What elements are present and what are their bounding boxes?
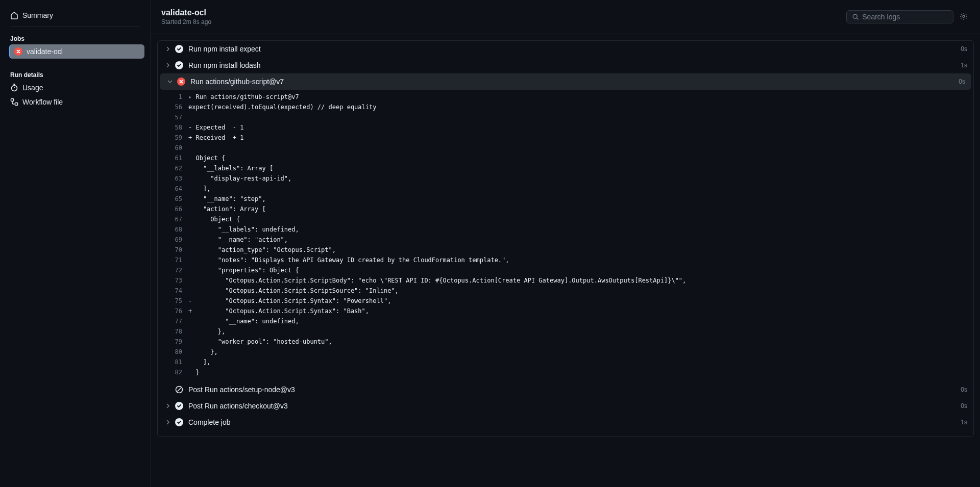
svg-point-5 <box>963 15 965 17</box>
log-line[interactable]: 63 "display-rest-api-id", <box>164 173 967 184</box>
line-content: ], <box>188 184 210 194</box>
check-circle-icon <box>175 418 183 426</box>
step-title: Run npm install lodash <box>188 61 961 69</box>
step-title: Post Run actions/setup-node@v3 <box>188 386 961 394</box>
line-content: + "Octopus.Action.Script.Syntax": "Bash"… <box>188 306 369 316</box>
line-content: "__labels": Array [ <box>188 163 273 173</box>
log-line[interactable]: 68 "__labels": undefined, <box>164 224 967 235</box>
main-content: validate-ocl Started 2m 8s ago Run npm i… <box>151 0 980 487</box>
line-number: 80 <box>164 347 188 357</box>
log-line[interactable]: 71 "notes": "Displays the API Gateway ID… <box>164 255 967 265</box>
log-line[interactable]: 82 } <box>164 367 967 377</box>
line-number: 76 <box>164 306 188 316</box>
sidebar-workflow-file-label: Workflow file <box>22 98 63 106</box>
line-content: + Received + 1 <box>188 133 243 143</box>
log-line[interactable]: 57 <box>164 112 967 122</box>
header-left: validate-ocl Started 2m 8s ago <box>161 8 211 25</box>
sidebar: Summary Jobs validate-ocl Run details Us… <box>0 0 151 487</box>
step-row[interactable]: Post Run actions/checkout@v30s <box>158 398 973 414</box>
sidebar-usage[interactable]: Usage <box>6 81 144 95</box>
log-line[interactable]: 64 ], <box>164 184 967 194</box>
search-box[interactable] <box>846 10 953 23</box>
log-line[interactable]: 76+ "Octopus.Action.Script.Syntax": "Bas… <box>164 306 967 316</box>
line-content: "worker_pool": "hosted-ubuntu", <box>188 337 332 347</box>
line-number: 58 <box>164 122 188 133</box>
log-line[interactable]: 80 }, <box>164 347 967 357</box>
log-line[interactable]: 58- Expected - 1 <box>164 122 967 133</box>
log-line[interactable]: 77 "__name": undefined, <box>164 316 967 326</box>
step-row[interactable]: Run npm install lodash1s <box>158 57 973 73</box>
line-content: "__name": "step", <box>188 194 266 204</box>
log-line[interactable]: 61 Object { <box>164 153 967 163</box>
line-number: 56 <box>164 102 188 112</box>
log-line[interactable]: 73 "Octopus.Action.Script.ScriptBody": "… <box>164 275 967 286</box>
line-number: 78 <box>164 326 188 337</box>
step-row[interactable]: Post Run actions/setup-node@v30s <box>158 381 973 398</box>
step-row[interactable]: Run npm install expect0s <box>158 41 973 57</box>
log-line[interactable]: 81 ], <box>164 357 967 367</box>
log-line[interactable]: 67 Object { <box>164 214 967 224</box>
search-input[interactable] <box>862 13 948 21</box>
line-content: "properties": Object { <box>188 265 299 275</box>
log-line[interactable]: 1Run actions/github-script@v7 <box>164 92 967 102</box>
log-line[interactable]: 65 "__name": "step", <box>164 194 967 204</box>
line-number: 70 <box>164 245 188 255</box>
log-line[interactable]: 70 "action_type": "Octopus.Script", <box>164 245 967 255</box>
line-number: 65 <box>164 194 188 204</box>
sidebar-summary-label: Summary <box>22 11 53 19</box>
line-number: 66 <box>164 204 188 214</box>
line-number: 75 <box>164 296 188 306</box>
log-line[interactable]: 79 "worker_pool": "hosted-ubuntu", <box>164 337 967 347</box>
log-line[interactable]: 62 "__labels": Array [ <box>164 163 967 173</box>
gear-icon <box>960 12 968 20</box>
log-line[interactable]: 66 "action": Array [ <box>164 204 967 214</box>
line-content: }, <box>188 347 218 357</box>
step-duration: 1s <box>961 62 967 69</box>
chevron-right-icon <box>164 61 172 69</box>
line-content: Object { <box>188 214 240 224</box>
log-line[interactable]: 56expect(received).toEqual(expected) // … <box>164 102 967 112</box>
line-content: Object { <box>188 153 225 163</box>
stopwatch-icon <box>10 84 18 92</box>
sidebar-summary[interactable]: Summary <box>6 8 144 22</box>
line-number: 74 <box>164 286 188 296</box>
log-line[interactable]: 78 }, <box>164 326 967 337</box>
line-content: }, <box>188 326 225 337</box>
step-title: Run npm install expect <box>188 45 961 53</box>
line-content: "__name": undefined, <box>188 316 299 326</box>
check-circle-icon <box>175 402 183 410</box>
line-number: 61 <box>164 153 188 163</box>
log-line[interactable]: 72 "properties": Object { <box>164 265 967 275</box>
check-circle-icon <box>175 45 183 53</box>
line-content: "action": Array [ <box>188 204 266 214</box>
job-item[interactable]: validate-ocl <box>9 44 144 59</box>
step-duration: 0s <box>961 402 967 409</box>
settings-button[interactable] <box>958 10 970 24</box>
log-line[interactable]: 69 "__name": "action", <box>164 235 967 245</box>
line-number: 57 <box>164 112 188 122</box>
home-icon <box>10 11 18 19</box>
content-header: validate-ocl Started 2m 8s ago <box>151 0 980 34</box>
chevron-right-icon <box>164 45 172 53</box>
svg-rect-3 <box>15 103 18 106</box>
log-line[interactable]: 74 "Octopus.Action.Script.ScriptSource":… <box>164 286 967 296</box>
svg-rect-2 <box>11 99 14 101</box>
page-title: validate-ocl <box>161 8 211 17</box>
sidebar-workflow-file[interactable]: Workflow file <box>6 95 144 109</box>
log-line[interactable]: 59+ Received + 1 <box>164 133 967 143</box>
log-line[interactable]: 75- "Octopus.Action.Script.Syntax": "Pow… <box>164 296 967 306</box>
check-circle-icon <box>175 61 183 69</box>
log-line[interactable]: 60 <box>164 143 967 153</box>
line-content: - "Octopus.Action.Script.Syntax": "Power… <box>188 296 391 306</box>
line-content: ], <box>188 357 210 367</box>
line-number: 81 <box>164 357 188 367</box>
step-row[interactable]: Run actions/github-script@v70s <box>160 73 971 90</box>
line-number: 68 <box>164 224 188 235</box>
log-lines: 1Run actions/github-script@v756expect(re… <box>158 90 973 381</box>
step-title: Run actions/github-script@v7 <box>190 78 959 86</box>
step-row[interactable]: Complete job1s <box>158 414 973 430</box>
step-title: Complete job <box>188 418 961 426</box>
jobs-header: Jobs <box>6 31 144 44</box>
step-title: Post Run actions/checkout@v3 <box>188 402 961 410</box>
run-details-header: Run details <box>6 67 144 81</box>
